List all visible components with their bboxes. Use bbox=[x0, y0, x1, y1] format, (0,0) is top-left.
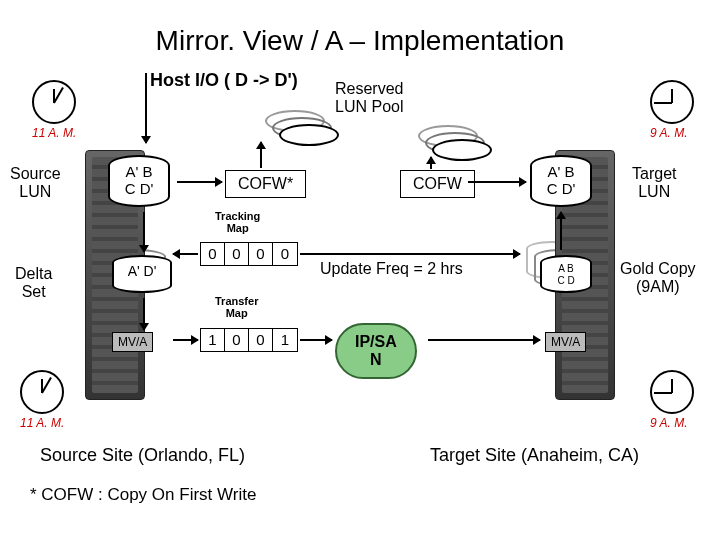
arrow-cofw-to-target bbox=[468, 181, 526, 183]
cofw-footnote: * COFW : Copy On First Write bbox=[30, 485, 256, 505]
transfer-bit: 1 bbox=[201, 329, 225, 351]
arrow-to-cloud-left bbox=[300, 339, 332, 341]
arrow-mv-to-transfer bbox=[173, 339, 198, 341]
arrow-gold-up bbox=[560, 212, 562, 250]
arrow-src-to-cofw bbox=[177, 181, 222, 183]
clock-source-bottom: 11 A. M. bbox=[20, 370, 64, 430]
target-lun-label: Target LUN bbox=[632, 165, 676, 201]
tracking-bit: 0 bbox=[249, 243, 273, 265]
cofw-box: COFW bbox=[400, 170, 475, 198]
host-io-arrow bbox=[145, 73, 147, 143]
arrow-cofw-up bbox=[260, 142, 262, 168]
source-lun-cylinder: A' B C D' bbox=[108, 155, 170, 207]
cofw-star-box: COFW* bbox=[225, 170, 306, 198]
target-site-label: Target Site (Anaheim, CA) bbox=[430, 445, 639, 466]
clock-source-top: 11 A. M. bbox=[32, 80, 76, 140]
gold-copy-label: Gold Copy (9AM) bbox=[620, 260, 696, 296]
tracking-bit: 0 bbox=[201, 243, 225, 265]
transfer-map-bits: 1 0 0 1 bbox=[200, 328, 298, 352]
transfer-bit: 1 bbox=[273, 329, 297, 351]
source-site-label: Source Site (Orlando, FL) bbox=[40, 445, 245, 466]
clock-target-bottom: 9 A. M. bbox=[650, 370, 688, 430]
reserved-pool-left-icon bbox=[279, 124, 339, 146]
arrow-cloud-to-target bbox=[428, 339, 540, 341]
tracking-bit: 0 bbox=[225, 243, 249, 265]
mv-a-target: MV/A bbox=[545, 332, 586, 352]
tracking-map-label: Tracking Map bbox=[215, 210, 260, 234]
tracking-map-bits: 0 0 0 0 bbox=[200, 242, 298, 266]
target-lun-cylinder: A' B C D' bbox=[530, 155, 592, 207]
clock-source-top-label: 11 A. M. bbox=[32, 126, 76, 140]
reserved-pool-right-icon bbox=[432, 139, 492, 161]
clock-source-bottom-label: 11 A. M. bbox=[20, 416, 64, 430]
ipsan-cloud: IP/SA N bbox=[335, 323, 417, 379]
clock-target-bottom-label: 9 A. M. bbox=[650, 416, 688, 430]
transfer-bit: 0 bbox=[249, 329, 273, 351]
transfer-map-label: Transfer Map bbox=[215, 295, 258, 319]
host-io-label: Host I/O ( D -> D') bbox=[150, 70, 298, 91]
arrow-update-freq bbox=[300, 253, 520, 255]
diagram-stage: Host I/O ( D -> D') 11 A. M. 9 A. M. 11 … bbox=[0, 70, 720, 540]
clock-target-top-label: 9 A. M. bbox=[650, 126, 688, 140]
delta-set-cylinder: A' D' bbox=[112, 255, 172, 293]
arrow-tracking-to-delta bbox=[173, 253, 198, 255]
arrow-cofw-right-up bbox=[430, 157, 432, 169]
tracking-bit: 0 bbox=[273, 243, 297, 265]
reserved-pool-label: Reserved LUN Pool bbox=[335, 80, 403, 116]
source-lun-label: Source LUN bbox=[10, 165, 61, 201]
delta-set-label: Delta Set bbox=[15, 265, 52, 301]
update-freq-label: Update Freq = 2 hrs bbox=[320, 260, 463, 278]
transfer-bit: 0 bbox=[225, 329, 249, 351]
mv-a-source: MV/A bbox=[112, 332, 153, 352]
arrow-delta-down bbox=[143, 298, 145, 330]
page-title: Mirror. View / A – Implementation bbox=[0, 0, 720, 67]
gold-copy-cylinder: A B C D bbox=[540, 255, 592, 293]
clock-target-top: 9 A. M. bbox=[650, 80, 688, 140]
arrow-src-down bbox=[143, 212, 145, 252]
